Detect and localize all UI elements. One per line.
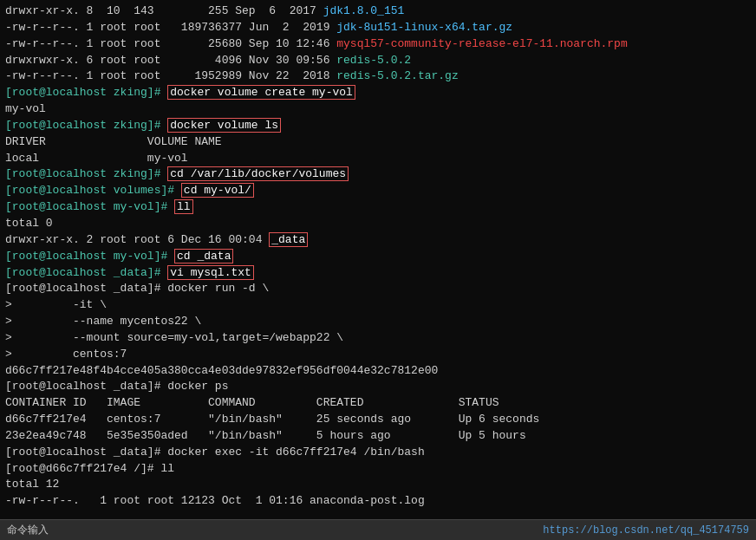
terminal-line: drwxr-xr-x. 8 10 143 255 Sep 6 2017 jdk1… bbox=[5, 3, 751, 20]
terminal-line: [root@localhost my-vol]# ll bbox=[5, 199, 751, 216]
terminal-line: [root@localhost zking]# docker volume cr… bbox=[5, 85, 751, 101]
terminal-line: d66c7ff217e48f4b4cce405a380cca4e03dde978… bbox=[5, 363, 751, 380]
terminal-line: > centos:7 bbox=[5, 347, 751, 363]
terminal-line: total 12 bbox=[5, 477, 751, 493]
terminal-line: [root@localhost _data]# vi mysql.txt bbox=[5, 265, 751, 282]
terminal-line: d66c7ff217e4 centos:7 "/bin/bash" 25 sec… bbox=[5, 412, 751, 428]
terminal-line: -rw-r--r--. 1 root root 12123 Oct 1 01:1… bbox=[5, 493, 751, 510]
terminal-line: CONTAINER ID IMAGE COMMAND CREATED STATU… bbox=[5, 395, 751, 412]
terminal-line: local my-vol bbox=[5, 151, 751, 167]
terminal-line: -rw-r--r--. 1 root root 189736377 Jun 2 … bbox=[5, 20, 751, 36]
terminal-line: [root@localhost my-vol]# cd _data bbox=[5, 249, 751, 265]
terminal-line: [root@d66c7ff217e4 /]# ll bbox=[5, 461, 751, 478]
terminal-line: 23e2ea49c748 5e35e350aded "/bin/bash" 5 … bbox=[5, 428, 751, 445]
terminal-line: DRIVER VOLUME NAME bbox=[5, 134, 751, 151]
terminal-line: [root@localhost _data]# docker run -d \ bbox=[5, 281, 751, 297]
terminal-line: -rw-r--r--. 1 root root 25680 Sep 10 12:… bbox=[5, 36, 751, 53]
blog-link[interactable]: https://blog.csdn.net/qq_45174759 bbox=[543, 524, 749, 537]
terminal-line: [root@localhost volumes]# cd my-vol/ bbox=[5, 183, 751, 199]
terminal-line: [root@localhost _data]# docker exec -it … bbox=[5, 445, 751, 461]
terminal-line: my-vol bbox=[5, 101, 751, 118]
terminal-line: > --name mycentos22 \ bbox=[5, 314, 751, 330]
terminal-line: drwxr-xr-x. 2 root root 6 Dec 16 00:04 _… bbox=[5, 232, 751, 249]
terminal-line: total 0 bbox=[5, 216, 751, 232]
terminal-line: [root@localhost _data]# docker ps bbox=[5, 379, 751, 395]
terminal-line: > -it \ bbox=[5, 297, 751, 314]
input-label: 命令输入 bbox=[7, 523, 49, 537]
terminal-window: drwxr-xr-x. 8 10 143 255 Sep 6 2017 jdk1… bbox=[0, 0, 756, 540]
terminal-output: drwxr-xr-x. 8 10 143 255 Sep 6 2017 jdk1… bbox=[5, 3, 751, 510]
terminal-line: [root@localhost zking]# docker volume ls bbox=[5, 118, 751, 134]
terminal-line: drwxrwxr-x. 6 root root 4096 Nov 30 09:5… bbox=[5, 53, 751, 69]
terminal-line: > --mount source=my-vol,target=/webapp22… bbox=[5, 330, 751, 347]
bottom-bar: 命令输入 https://blog.csdn.net/qq_45174759 bbox=[0, 519, 756, 540]
terminal-line: -rw-r--r--. 1 root root 1952989 Nov 22 2… bbox=[5, 68, 751, 85]
terminal-line: [root@localhost zking]# cd /var/lib/dock… bbox=[5, 166, 751, 183]
